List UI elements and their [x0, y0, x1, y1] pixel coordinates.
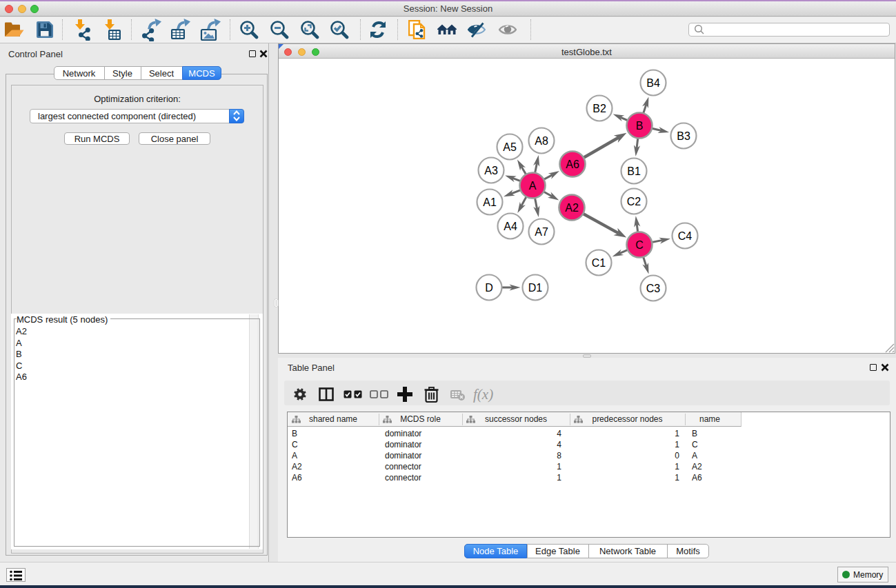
svg-text:A8: A8 [535, 135, 548, 147]
svg-text:A4: A4 [504, 221, 517, 232]
svg-text:C4: C4 [678, 230, 693, 242]
svg-text:B1: B1 [627, 165, 641, 177]
svg-text:D1: D1 [528, 282, 543, 294]
svg-text:A2: A2 [565, 202, 579, 214]
svg-text:B4: B4 [646, 77, 660, 89]
svg-text:B3: B3 [677, 130, 690, 142]
svg-text:B2: B2 [593, 103, 606, 114]
svg-text:A1: A1 [483, 196, 497, 208]
svg-text:A6: A6 [566, 159, 579, 170]
svg-text:A7: A7 [535, 226, 548, 238]
svg-text:C2: C2 [627, 196, 641, 207]
svg-text:A5: A5 [503, 141, 517, 153]
svg-text:B: B [636, 120, 644, 132]
svg-text:A3: A3 [484, 165, 498, 176]
svg-text:C: C [635, 239, 644, 251]
svg-text:A: A [529, 180, 537, 192]
svg-text:C3: C3 [646, 283, 661, 294]
svg-text:D: D [485, 282, 493, 294]
svg-text:C1: C1 [592, 257, 606, 269]
